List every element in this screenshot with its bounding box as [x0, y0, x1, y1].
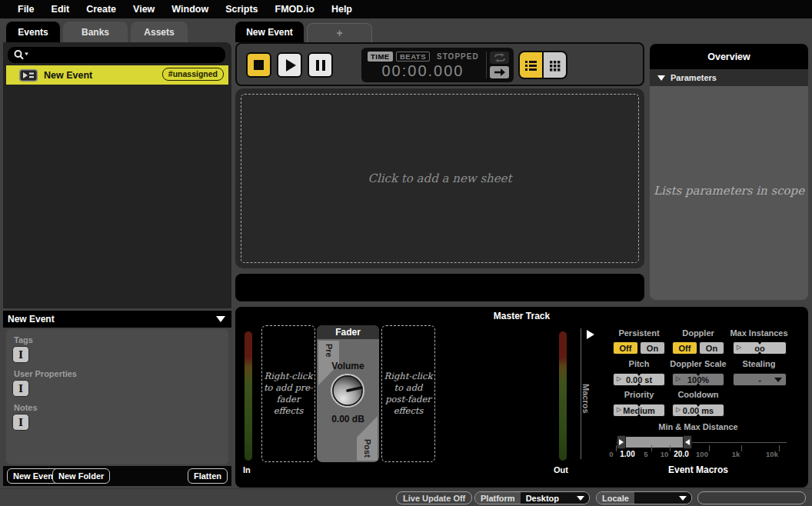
stealing-dropdown[interactable]: -	[733, 373, 787, 386]
doppler-scale-spinner[interactable]: ▷ 100%	[672, 373, 724, 386]
add-tab-button[interactable]: +	[307, 23, 372, 42]
doppler-off-button[interactable]: Off	[672, 341, 697, 355]
menu-create[interactable]: Create	[78, 0, 125, 18]
master-track-title: Master Track	[235, 311, 808, 321]
expand-caret-icon	[657, 75, 665, 81]
loop-playback-button[interactable]	[490, 52, 509, 64]
event-properties-header[interactable]: New Event	[3, 311, 231, 328]
post-fader-effects-slot[interactable]: Right-click to add post-fader effects	[381, 325, 435, 462]
event-name: New Event	[44, 70, 92, 81]
tab-banks[interactable]: Banks	[63, 22, 128, 42]
triangle-left-icon	[685, 439, 690, 445]
tick-mark	[709, 445, 710, 451]
stop-button[interactable]	[246, 52, 271, 78]
search-box[interactable]	[8, 47, 225, 63]
ibeam-icon: I	[18, 349, 23, 361]
tracks-view-button[interactable]	[520, 52, 544, 78]
parameters-section-header[interactable]: Parameters	[650, 69, 808, 86]
in-label: In	[243, 465, 251, 474]
distance-min-handle[interactable]	[617, 435, 626, 449]
fader-title: Fader	[317, 325, 379, 339]
time-mode-toggle[interactable]: TIME	[368, 52, 393, 62]
notes-label: Notes	[14, 403, 38, 412]
menu-bar: File Edit Create View Window Scripts FMO…	[0, 0, 812, 18]
locale-label: Locale	[597, 492, 634, 504]
tab-assets[interactable]: Assets	[131, 22, 188, 42]
scale-tick-1k: 1k	[732, 450, 740, 458]
playback-time: 00:00.000	[361, 62, 484, 80]
parameters-label: Parameters	[671, 73, 717, 82]
dropdown-caret-icon	[774, 378, 782, 382]
status-message-box	[697, 491, 806, 504]
locale-value[interactable]	[634, 492, 691, 504]
tick-mark	[670, 445, 671, 451]
overview-title: Overview	[650, 44, 808, 69]
play-button[interactable]	[277, 52, 302, 78]
search-input[interactable]	[30, 48, 225, 63]
volume-knob[interactable]	[330, 373, 365, 408]
menu-window[interactable]: Window	[163, 0, 217, 18]
search-filter-caret-icon	[25, 53, 28, 56]
spinner-arrow-icon: ▷	[676, 406, 681, 413]
collapse-caret-icon[interactable]	[216, 316, 225, 322]
event-properties-panel: Tags I User Properties I Notes I	[6, 329, 228, 464]
stop-icon	[254, 60, 264, 70]
menu-edit[interactable]: Edit	[43, 0, 78, 18]
cooldown-spinner[interactable]: ▷ 0.00 ms	[672, 404, 724, 417]
live-update-button[interactable]: Live Update Off	[396, 491, 472, 504]
max-instances-spinner[interactable]: ▷ oo	[733, 341, 787, 355]
volume-label: Volume	[317, 361, 379, 371]
distance-max-handle[interactable]	[683, 435, 692, 449]
priority-spinner[interactable]: ▷ Medium	[613, 404, 665, 417]
tick-mark	[616, 445, 617, 451]
tab-events[interactable]: Events	[6, 22, 60, 42]
new-folder-button[interactable]: New Folder	[52, 468, 110, 484]
add-sheet-dropzone[interactable]: Click to add a new sheet	[241, 94, 639, 263]
notes-edit-button[interactable]: I	[12, 414, 29, 431]
event-list-item[interactable]: New Event #unassigned	[6, 65, 228, 85]
fmod-studio-window: File Edit Create View Window Scripts FMO…	[0, 0, 812, 506]
doppler-on-button[interactable]: On	[699, 341, 724, 355]
menu-fmod-io[interactable]: FMOD.io	[267, 0, 323, 18]
parameters-placeholder: Lists parameters in scope	[650, 184, 808, 198]
distance-slider-range[interactable]	[625, 437, 684, 448]
view-mode-toggle	[518, 51, 567, 79]
input-level-meter	[245, 331, 252, 461]
arrow-right-icon	[493, 68, 507, 77]
pause-button[interactable]	[308, 52, 333, 78]
spinner-arrow-icon: ▷	[737, 344, 741, 351]
platform-selector[interactable]: Platform Desktop	[474, 491, 590, 504]
persistent-off-button[interactable]: Off	[613, 341, 638, 355]
user-properties-edit-button[interactable]: I	[12, 380, 29, 397]
output-level-meter	[559, 331, 567, 461]
menu-scripts[interactable]: Scripts	[217, 0, 266, 18]
menu-help[interactable]: Help	[323, 0, 361, 18]
beats-mode-toggle[interactable]: BEATS	[396, 52, 430, 62]
tick-mark	[741, 445, 742, 451]
distance-min-value: 1.00	[620, 450, 634, 458]
min-max-distance-label: Min & Max Distance	[658, 422, 737, 431]
overview-panel: Overview Parameters Lists parameters in …	[650, 44, 808, 300]
volume-value: 0.00 dB	[317, 414, 379, 424]
menu-view[interactable]: View	[125, 0, 163, 18]
persistent-on-button[interactable]: On	[640, 341, 665, 355]
scale-tick-10: 10	[661, 450, 669, 458]
time-display: TIME BEATS STOPPED 00:00.000	[361, 48, 514, 82]
pre-fader-placeholder: Right-click to add pre-fader effects	[262, 371, 314, 417]
editor-tab-new-event[interactable]: New Event	[235, 22, 304, 42]
lanes-view-button[interactable]	[544, 52, 566, 78]
flatten-button[interactable]: Flatten	[188, 468, 228, 484]
tags-edit-button[interactable]: I	[12, 346, 29, 363]
locale-selector[interactable]: Locale	[596, 491, 692, 504]
pre-fader-effects-slot[interactable]: Right-click to add pre-fader effects	[261, 325, 315, 462]
platform-value[interactable]: Desktop	[521, 492, 589, 504]
menu-file[interactable]: File	[9, 0, 43, 18]
pitch-spinner[interactable]: ▷ 0.00 st	[613, 373, 665, 386]
macros-expand-icon[interactable]	[587, 330, 594, 339]
triangle-right-icon	[619, 439, 624, 445]
follow-playback-button[interactable]	[490, 66, 509, 78]
doppler-toggle: Off On	[672, 341, 724, 355]
distance-max-value: 20.0	[674, 450, 688, 458]
master-track-panel: Master Track In Right-click to add pre-f…	[235, 307, 808, 488]
browser-footer: New Event New Folder Flatten	[3, 466, 231, 486]
